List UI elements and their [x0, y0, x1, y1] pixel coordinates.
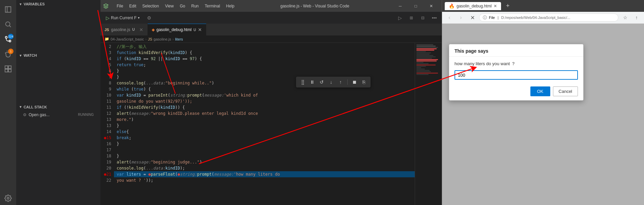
breadcrumb-folder-icon: 📁: [105, 37, 109, 41]
minimap: [415, 43, 442, 205]
debug-pause[interactable]: ⏸: [308, 78, 316, 86]
code-line-22: you want ? '));: [114, 177, 415, 183]
dialog-header: This page says: [449, 44, 583, 57]
address-bar[interactable]: ⓘ File | D:/repos/web/Web/04-JavaScript_…: [479, 14, 618, 22]
debug-play-icon[interactable]: ▷: [395, 13, 405, 23]
code-content[interactable]: //第一步, 输入 function kindIdVerify(kindID) …: [114, 43, 415, 205]
address-sep: |: [498, 16, 499, 20]
activity-settings[interactable]: [1, 191, 15, 205]
call-stack-arrow: ▼: [19, 105, 22, 109]
browser-tab-icon: 🔥: [449, 3, 455, 9]
debug-breakpoints-icon[interactable]: ⊞: [407, 13, 416, 23]
debug-step-into[interactable]: ↓: [327, 78, 335, 86]
debug-layout-icon[interactable]: ⊟: [418, 13, 428, 23]
call-stack-section-header[interactable]: ▼ CALL STACK: [16, 103, 100, 111]
tab-gasoline-js-label: gasoline.js: [111, 27, 130, 32]
code-line-10: var kindID = parseInt(string: prompt(mes…: [114, 92, 415, 98]
code-line-14: else{: [114, 129, 415, 135]
debug-toolbar-sep: [347, 79, 348, 85]
dialog-cancel-button[interactable]: Cancel: [553, 86, 578, 96]
tab-gasoline-js-close[interactable]: ✕: [139, 27, 143, 32]
call-stack-label: CALL STACK: [24, 105, 47, 109]
debug-stop[interactable]: ⏹: [350, 78, 358, 86]
watch-label: WATCH: [24, 53, 37, 57]
tab-gasolin-debug-close[interactable]: ✕: [198, 27, 202, 32]
code-editor[interactable]: 2 3 4 5 6 7 8 9 10 11 11 12 13 13 14 ●15…: [100, 43, 442, 205]
dialog-box: This page says how many liters do you wa…: [449, 44, 584, 101]
browser-nav-bar: ‹ › ✕ ⓘ File | D:/repos/web/Web/04-JavaS…: [442, 12, 644, 24]
window-title: gasoline.js - Web - Visual Studio Code: [240, 4, 390, 8]
menu-edit[interactable]: Edit: [126, 2, 139, 10]
maximize-button[interactable]: □: [408, 0, 423, 12]
browser-content: This page says how many liters do you wa…: [442, 24, 644, 205]
browser-back-button[interactable]: ‹: [445, 13, 454, 22]
floating-debug-toolbar: ⣿ ⏸ ↺ ↓ ↑ ⏹ ⎘: [296, 77, 371, 87]
menu-view[interactable]: View: [162, 2, 176, 10]
debug-step-out[interactable]: ↑: [336, 78, 345, 86]
more-actions-icon[interactable]: •••: [430, 13, 439, 23]
menu-run[interactable]: Run: [188, 2, 201, 10]
watch-arrow: ▼: [19, 54, 22, 57]
run-label: Run Current F: [111, 16, 137, 20]
svg-line-1: [9, 26, 11, 27]
svg-point-0: [6, 22, 10, 26]
menu-help[interactable]: Help: [224, 2, 237, 10]
gear-icon: ⚙: [23, 112, 27, 117]
menu-terminal[interactable]: Terminal: [202, 2, 223, 10]
browser-tab-close[interactable]: ✕: [494, 4, 497, 8]
menu-selection[interactable]: Selection: [140, 2, 162, 10]
svg-rect-10: [5, 69, 8, 72]
dialog-ok-button[interactable]: OK: [530, 86, 550, 96]
watch-section-header[interactable]: ▼ WATCH: [16, 51, 100, 59]
activity-search[interactable]: [1, 18, 15, 31]
settings-gear-icon[interactable]: ⚙: [144, 13, 154, 23]
debug-disconnect[interactable]: ⎘: [360, 78, 368, 86]
breadcrumb-file-icon: JS: [148, 37, 152, 41]
activity-source-control[interactable]: 224: [1, 32, 15, 46]
browser-top-bar: 🔥 gasolin_debug.html ✕ +: [442, 0, 644, 12]
svg-rect-9: [8, 66, 11, 69]
browser-tab[interactable]: 🔥 gasolin_debug.html ✕: [445, 2, 501, 10]
dialog-message: how many liters do you want ？: [455, 61, 578, 67]
browser-close-button[interactable]: ✕: [468, 13, 477, 22]
browser-tab-label: gasolin_debug.html: [457, 4, 492, 8]
minimize-button[interactable]: ─: [392, 0, 408, 12]
dialog-overlay: This page says how many liters do you wa…: [442, 24, 644, 205]
dialog-input[interactable]: [455, 70, 578, 80]
editor-area: File Edit Selection View Go Run Terminal…: [100, 0, 442, 205]
tabs-bar: JS gasoline.js U ✕ ◈ gasolin_debug.html …: [100, 24, 442, 35]
debug-toolbar-bar: ▷ Run Current F ▾ ⚙ ▷ ⊞ ⊟ •••: [100, 12, 442, 24]
debug-badge: 1: [8, 49, 13, 54]
debug-step-over[interactable]: ↺: [318, 78, 326, 86]
vscode-logo: [103, 3, 109, 9]
browser-profile-button[interactable]: ↑: [632, 13, 641, 22]
browser-forward-button[interactable]: ›: [456, 13, 466, 22]
activity-debug[interactable]: 1: [1, 47, 15, 61]
code-line-5: return true;: [114, 62, 415, 68]
breadcrumb-sep1: ›: [145, 37, 147, 41]
call-stack-item[interactable]: ⚙ Open gas... RUNNING: [16, 111, 100, 119]
breadcrumb-part3[interactable]: liters: [175, 37, 183, 41]
browser-bookmark-button[interactable]: ☆: [620, 13, 630, 22]
tab-gasoline-js[interactable]: JS gasoline.js U ✕: [100, 24, 148, 35]
debug-continue[interactable]: ⣿: [299, 78, 307, 86]
variables-section-header[interactable]: ▼ VARIABLES: [16, 0, 100, 8]
breadcrumb-part1[interactable]: 04-JavaScript_basic: [111, 37, 144, 41]
menu-go[interactable]: Go: [177, 2, 188, 10]
address-info-icon: ⓘ: [483, 15, 487, 21]
close-button[interactable]: ✕: [423, 0, 439, 12]
activity-explorer[interactable]: [1, 3, 15, 16]
run-icon: ▷: [106, 15, 110, 21]
svg-rect-11: [8, 69, 11, 72]
menu-file[interactable]: File: [114, 2, 126, 10]
browser-new-tab-button[interactable]: +: [503, 1, 513, 11]
code-line-4: if (kindID == 92 || kindID == 97) {: [114, 56, 415, 62]
code-line-11a: gasoline do you want(92/97)'));: [114, 98, 415, 104]
code-line-13b: }: [114, 123, 415, 129]
breadcrumb-sep2: ›: [173, 37, 174, 41]
run-current-button[interactable]: ▷ Run Current F ▾: [103, 14, 142, 22]
tab-gasolin-debug[interactable]: ◈ gasolin_debug.html U ✕: [148, 24, 206, 35]
breadcrumb-part2[interactable]: gasoline.js: [154, 37, 171, 41]
code-line-19: alert(message: "beginning judge..."): [114, 159, 415, 165]
activity-extensions[interactable]: [1, 62, 15, 76]
